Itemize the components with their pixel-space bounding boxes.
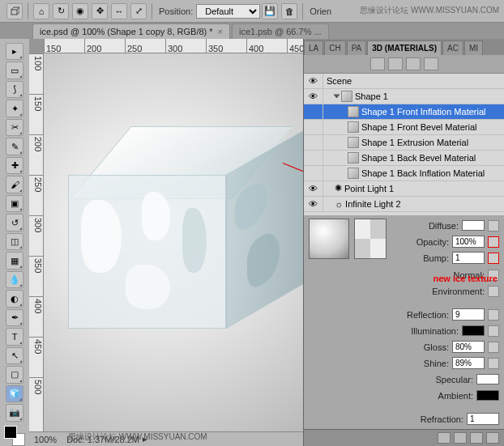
type-tool[interactable]: T [6,328,23,345]
tab-3d-materials[interactable]: 3D (MATERIALS) [367,40,442,55]
history-brush-tool[interactable]: ↺ [6,214,23,231]
rotate-icon[interactable]: ↻ [53,3,69,19]
3d-rotate-tool[interactable]: 🧊 [6,385,23,402]
filter-light-icon[interactable] [424,57,438,70]
tab-actions[interactable]: AC [442,40,463,55]
lasso-tool[interactable]: ⟆ [6,81,23,98]
tree-material-row[interactable]: Shape 1 Back Inflation Material [304,166,504,181]
panel-tabs: LA CH PA 3D (MATERIALS) AC MI [304,39,504,55]
bump-texture-btn[interactable] [488,253,499,264]
3d-camera-tool[interactable]: 📷 [6,404,23,421]
shine-texture-btn[interactable] [488,358,499,369]
pan-icon[interactable]: ✥ [92,3,108,19]
shape-tool[interactable]: ▢ [6,366,23,383]
eye-icon[interactable]: 👁 [304,197,323,211]
gloss-texture-btn[interactable] [488,342,499,353]
opacity-input[interactable] [452,236,485,248]
disclosure-icon[interactable] [334,94,340,98]
trash-icon[interactable] [486,432,499,444]
close-icon[interactable]: × [218,27,223,36]
zoom-level[interactable]: 100% [34,435,57,444]
dodge-tool[interactable]: ◐ [6,290,23,307]
move-tool[interactable]: ▸ [6,43,23,60]
tree-light-row[interactable]: 👁☼Infinite Light 2 [304,197,504,212]
bump-input[interactable] [452,252,485,264]
tools-panel: ▸ ▭ ⟆ ✦ ✂ ✎ ✚ 🖌 ▣ ↺ ◫ ▦ 💧 ◐ ✒ T ↖ ▢ 🧊 📷 [0,39,29,446]
tree-material-row[interactable]: Shape 1 Front Inflation Material [304,104,504,120]
color-swatches[interactable] [4,426,25,446]
position-select[interactable]: Default [196,4,260,19]
wand-tool[interactable]: ✦ [6,100,23,117]
annotation-text: new ice texture [434,274,498,283]
3d-tool-icon[interactable] [6,3,23,19]
gradient-tool[interactable]: ▦ [6,252,23,269]
marquee-tool[interactable]: ▭ [6,62,23,79]
gloss-input[interactable] [452,341,485,353]
tree-scene-root[interactable]: 👁Scene [304,74,504,89]
eye-icon[interactable]: 👁 [304,89,323,104]
tab-channels[interactable]: CH [324,40,345,55]
panel-bottom-bar [304,429,504,446]
tree-material-row[interactable]: Shape 1 Back Bevel Material [304,151,504,166]
slide-icon[interactable]: ↔ [111,3,127,19]
doc-tab-inactive[interactable]: ice1.psb @ 66.7% ... [232,23,329,39]
ruler-vertical: 100150200250300350400450500 [29,53,44,431]
reflection-texture-btn[interactable] [488,309,499,321]
3d-panel: LA CH PA 3D (MATERIALS) AC MI 👁Scene 👁Sh… [303,39,504,446]
specular-label: Specular: [416,375,473,384]
refraction-label: Refraction: [407,414,463,424]
render-settings-icon[interactable] [438,432,451,444]
tab-mini[interactable]: MI [464,40,483,55]
healing-tool[interactable]: ✚ [6,157,23,174]
doc-tab-active[interactable]: ice.psd @ 100% (Shape 1 copy 8, RGB/8) *… [32,23,230,39]
filter-material-icon[interactable] [406,57,421,70]
material-icon [348,106,359,117]
material-icon [348,168,359,179]
diffuse-swatch[interactable] [462,220,485,231]
material-preview[interactable] [309,219,349,259]
path-tool[interactable]: ↖ [6,347,23,364]
filter-mesh-icon[interactable] [388,57,403,70]
light-toggle-icon[interactable] [454,432,467,444]
shine-label: Shine: [392,359,449,368]
tab-layers[interactable]: LA [304,40,323,55]
roll-icon[interactable]: ◉ [72,3,88,19]
tree-light-row[interactable]: 👁✺Point Light 1 [304,181,504,197]
canvas[interactable] [44,53,303,431]
refraction-input[interactable] [467,413,499,425]
illumination-swatch[interactable] [462,325,485,336]
tab-paths[interactable]: PA [347,40,367,55]
diffuse-texture-btn[interactable] [488,220,499,231]
scale-icon[interactable]: ⤢ [130,3,147,19]
opacity-texture-btn[interactable] [488,236,499,248]
delete-view-icon[interactable]: 🗑 [281,3,297,19]
ambient-swatch[interactable] [476,390,499,401]
new-icon[interactable] [470,432,483,444]
filter-scene-icon[interactable] [370,57,385,70]
reflection-input[interactable] [452,308,485,321]
home-icon[interactable]: ⌂ [33,3,49,19]
material-icon [348,137,359,148]
material-icon [348,121,359,133]
eraser-tool[interactable]: ◫ [6,233,23,250]
specular-swatch[interactable] [476,374,499,384]
save-view-icon[interactable]: 💾 [262,3,278,19]
tree-shape[interactable]: 👁Shape 1 [304,89,504,104]
eye-icon[interactable]: 👁 [304,74,323,88]
material-presets[interactable] [354,219,387,259]
eye-icon[interactable]: 👁 [304,181,323,196]
shine-input[interactable] [452,357,485,369]
crop-tool[interactable]: ✂ [6,119,23,136]
pen-tool[interactable]: ✒ [6,309,23,326]
stamp-tool[interactable]: ▣ [6,195,23,212]
tree-material-row[interactable]: Shape 1 Front Bevel Material [304,120,504,135]
infinite-light-icon: ☼ [335,199,343,209]
doc-tab-label: ice1.psb @ 66.7% ... [239,27,322,36]
blur-tool[interactable]: 💧 [6,271,23,288]
eyedropper-tool[interactable]: ✎ [6,138,23,155]
illumination-texture-btn[interactable] [488,325,499,337]
brush-tool[interactable]: 🖌 [6,176,23,193]
environment-texture-btn[interactable] [488,286,499,297]
document-tabbar: ice.psd @ 100% (Shape 1 copy 8, RGB/8) *… [0,23,504,39]
tree-material-row[interactable]: Shape 1 Extrusion Material [304,135,504,151]
